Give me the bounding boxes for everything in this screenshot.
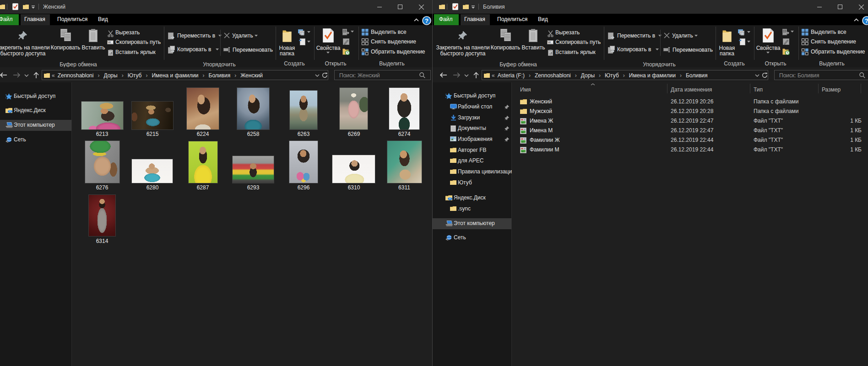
svg-text:W..: W..	[108, 41, 113, 44]
svg-text:W..: W..	[548, 41, 553, 44]
svg-text:?: ?	[425, 17, 429, 24]
svg-text:?: ?	[865, 17, 868, 24]
